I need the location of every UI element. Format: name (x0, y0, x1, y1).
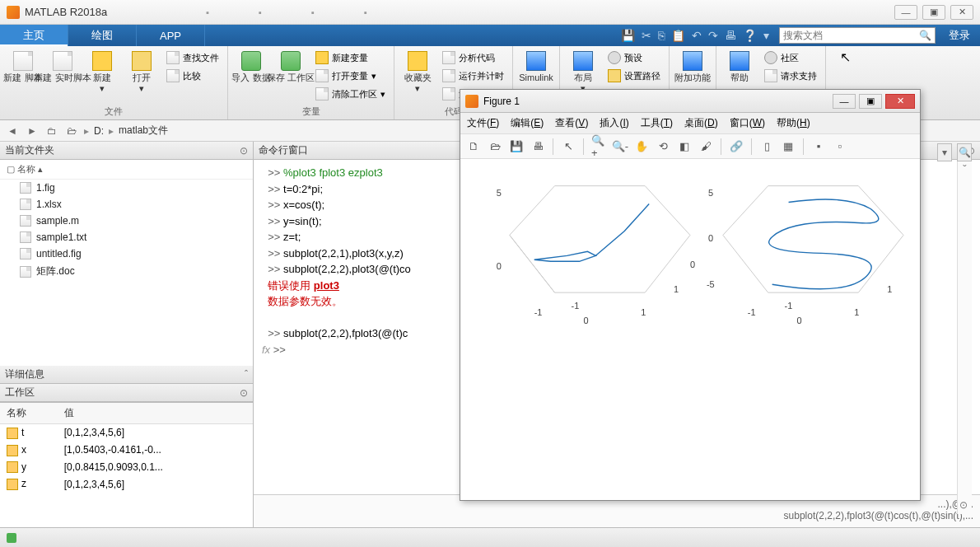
tab-home[interactable]: 主页 (0, 25, 68, 46)
compare-button[interactable]: 比较 (163, 68, 222, 84)
breadcrumb-drive[interactable]: D: (94, 125, 104, 137)
figure-title: Figure 1 (483, 96, 829, 107)
current-folder-header: 当前文件夹⊙ (0, 142, 253, 160)
group-var-label: 变量 (233, 105, 389, 118)
fig-minimize-button[interactable]: — (833, 94, 856, 109)
new-fig-icon[interactable]: 🗋 (465, 138, 482, 155)
copy-icon[interactable]: ⎘ (658, 29, 665, 42)
zoom-in-icon[interactable]: 🔍+ (590, 138, 607, 155)
svg-text:1: 1 (887, 284, 892, 294)
run-time-button[interactable]: 运行并计时 (439, 68, 507, 84)
print-icon[interactable]: 🖶 (725, 29, 736, 42)
up-icon[interactable]: 🗁 (64, 124, 79, 138)
options-icon[interactable]: ⊙ (959, 499, 968, 511)
show-tools-icon[interactable]: ▫ (832, 138, 848, 155)
new-var-button[interactable]: 新建变量 (312, 49, 389, 66)
search-toggle[interactable]: 🔍 (957, 143, 972, 161)
redo-icon[interactable]: ↷ (708, 29, 718, 42)
save-workspace-button[interactable]: 保存 工作区 (273, 49, 309, 105)
tab-plots[interactable]: 绘图 (68, 25, 137, 46)
open-button[interactable]: 打开▾ (124, 49, 160, 105)
svg-text:0: 0 (708, 233, 713, 243)
figure-menu-item[interactable]: 编辑(E) (511, 116, 544, 130)
name-column[interactable]: 名称 (17, 164, 35, 174)
subplot-1[interactable]: 5 0 -1 0 1 1 0 -1 (497, 186, 695, 325)
details-header[interactable]: 详细信息ˆ (0, 366, 253, 384)
file-item[interactable]: sample.m (0, 213, 253, 229)
figure-titlebar[interactable]: Figure 1 — ▣ ✕ (460, 90, 920, 113)
file-item[interactable]: 1.xlsx (0, 196, 253, 213)
prefs-button[interactable]: 预设 (604, 49, 664, 66)
ws-name-col[interactable]: 名称 (0, 403, 58, 424)
colorbar-icon[interactable]: ▯ (758, 138, 775, 155)
new-live-script-button[interactable]: 新建 实时脚本 (44, 49, 81, 105)
import-data-button[interactable]: 导入 数据 (233, 49, 269, 105)
workspace-var-row[interactable]: x[1,0.5403,-0.4161,-0... (0, 442, 253, 459)
file-item[interactable]: 1.fig (0, 180, 253, 196)
help-icon[interactable]: ❔ (743, 29, 757, 42)
workspace-var-row[interactable]: t[0,1,2,3,4,5,6] (0, 424, 253, 442)
favorites-button[interactable]: 收藏夹▾ (399, 49, 436, 105)
figure-menu-item[interactable]: 窗口(W) (730, 116, 765, 130)
file-item[interactable]: untitled.fig (0, 245, 253, 262)
login-button[interactable]: 登录 (939, 25, 980, 46)
workspace-var-row[interactable]: z[0,1,2,3,4,5,6] (0, 475, 253, 493)
figure-menu-item[interactable]: 查看(V) (555, 116, 588, 130)
rotate-icon[interactable]: ⟲ (655, 138, 671, 155)
analyze-code-button[interactable]: 分析代码 (439, 49, 507, 66)
pointer-icon[interactable]: ↖ (560, 138, 576, 155)
pan-icon[interactable]: ✋ (633, 138, 650, 155)
zoom-out-icon[interactable]: 🔍- (612, 138, 628, 155)
legend-icon[interactable]: ▦ (780, 138, 796, 155)
datatip-icon[interactable]: ◧ (676, 138, 693, 155)
subplot-2[interactable]: 5 0 -5 -1 0 1 1 -1 (707, 186, 903, 325)
link-icon[interactable]: 🔗 (728, 138, 744, 155)
hide-tools-icon[interactable]: ▪ (810, 138, 827, 155)
find-files-button[interactable]: 查找文件 (163, 49, 222, 66)
nav-back-icon[interactable]: ◄ (5, 124, 20, 138)
search-box[interactable]: 🔍 (779, 27, 936, 44)
print-fig-icon[interactable]: 🖶 (530, 138, 546, 155)
fig-close-button[interactable]: ✕ (885, 94, 915, 109)
breadcrumb-folder[interactable]: matlab文件 (119, 124, 168, 138)
figure-axes-area[interactable]: 5 0 -1 0 1 1 0 -1 5 0 -5 -1 0 1 (460, 159, 920, 500)
close-button[interactable]: ✕ (950, 5, 973, 20)
figure-window[interactable]: Figure 1 — ▣ ✕ 文件(F)编辑(E)查看(V)插入(I)工具(T)… (460, 89, 921, 501)
search-input[interactable] (783, 30, 919, 41)
minimize-button[interactable]: — (894, 5, 917, 20)
brush-icon[interactable]: 🖌 (698, 138, 714, 155)
figure-menu-item[interactable]: 工具(T) (641, 116, 673, 130)
paste-icon[interactable]: 📋 (671, 29, 685, 42)
tab-apps[interactable]: APP (137, 25, 205, 46)
figure-menu-item[interactable]: 文件(F) (467, 116, 499, 130)
workspace-var-row[interactable]: y[0,0.8415,0.9093,0.1... (0, 459, 253, 476)
file-item[interactable]: sample1.txt (0, 229, 253, 245)
open-var-button[interactable]: 打开变量 ▾ (312, 68, 389, 84)
maximize-button[interactable]: ▣ (922, 5, 945, 20)
file-list: ▢ 名称 ▴ 1.fig1.xlsxsample.msample1.txtunt… (0, 160, 253, 366)
set-path-button[interactable]: 设置路径 (604, 68, 664, 84)
collapse-icon[interactable]: ⊙ (240, 387, 248, 399)
community-button[interactable]: 社区 (761, 49, 820, 66)
figure-menu-item[interactable]: 插入(I) (600, 116, 628, 130)
file-item[interactable]: 矩阵.doc (0, 262, 253, 281)
save-fig-icon[interactable]: 💾 (508, 138, 525, 155)
fig-maximize-button[interactable]: ▣ (859, 94, 882, 109)
nav-fwd-icon[interactable]: ► (25, 124, 40, 138)
ws-value-col[interactable]: 值 (58, 403, 253, 424)
undo-icon[interactable]: ↶ (692, 29, 702, 42)
figure-menu-item[interactable]: 桌面(D) (684, 116, 718, 130)
support-button[interactable]: 请求支持 (761, 68, 820, 84)
new-button[interactable]: 新建▾ (84, 49, 120, 105)
side-toggle[interactable]: ▾ (937, 143, 952, 161)
clear-ws-button[interactable]: 清除工作区 ▾ (312, 86, 389, 102)
dropdown-icon[interactable]: ▾ (763, 29, 769, 42)
save-icon[interactable]: 💾 (621, 29, 635, 42)
search-icon[interactable]: 🔍 (919, 30, 931, 41)
open-fig-icon[interactable]: 🗁 (487, 138, 503, 155)
cut-icon[interactable]: ✂ (642, 29, 651, 42)
collapse-icon[interactable]: ⊙ (240, 145, 248, 157)
figure-menu-item[interactable]: 帮助(H) (777, 116, 810, 130)
folder-icon[interactable]: 🗀 (44, 124, 59, 138)
quick-access-toolbar: 💾 ✂ ⎘ 📋 ↶ ↷ 🖶 ❔ ▾ (614, 25, 776, 46)
